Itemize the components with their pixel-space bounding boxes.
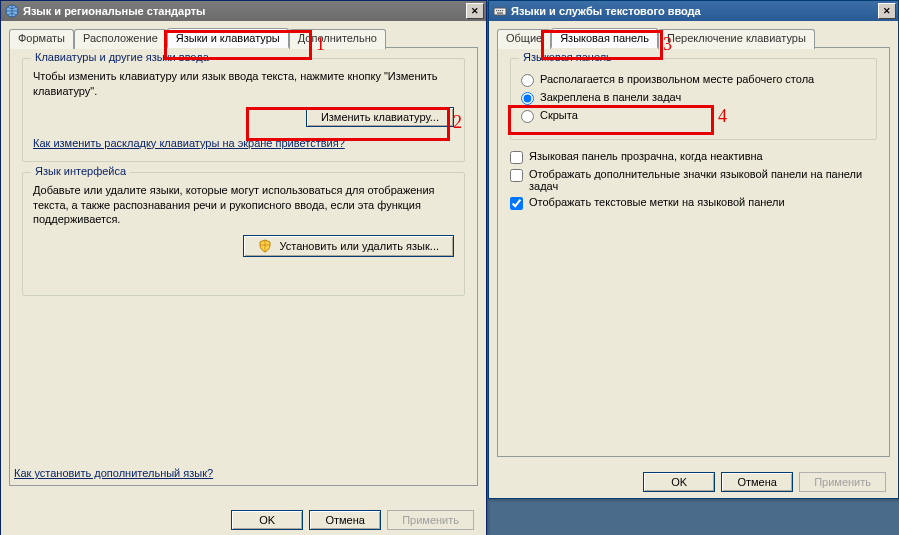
group-ui-language: Язык интерфейса Добавьте или удалите язы… xyxy=(22,172,465,296)
window-title: Языки и службы текстового ввода xyxy=(511,5,701,17)
tab-languages-keyboards[interactable]: Языки и клавиатуры xyxy=(167,28,289,48)
cancel-button[interactable]: Отмена xyxy=(309,510,381,530)
radio-floating-input[interactable] xyxy=(521,74,534,87)
annotation-number-3: 3 xyxy=(663,34,672,55)
svg-rect-1 xyxy=(494,8,506,15)
svg-rect-4 xyxy=(500,10,501,11)
tabstrip-left: Форматы Расположение Языки и клавиатуры … xyxy=(9,28,478,48)
change-keyboard-button[interactable]: Изменить клавиатуру... xyxy=(306,107,454,127)
close-button[interactable]: ✕ xyxy=(878,3,896,19)
radio-docked[interactable]: Закреплена в панели задач xyxy=(521,91,866,105)
welcome-screen-layout-link[interactable]: Как изменить раскладку клавиатуры на экр… xyxy=(33,137,345,149)
tab-location[interactable]: Расположение xyxy=(74,29,167,49)
annotation-number-2: 2 xyxy=(453,112,462,133)
titlebar-right[interactable]: Языки и службы текстового ввода ✕ xyxy=(489,1,898,21)
text-services-dialog: Языки и службы текстового ввода ✕ Общие … xyxy=(488,0,899,499)
group-keyboards: Клавиатуры и другие языки ввода Чтобы из… xyxy=(22,58,465,162)
radio-docked-label: Закреплена в панели задач xyxy=(540,91,681,103)
radio-floating[interactable]: Располагается в произвольном месте рабоч… xyxy=(521,73,866,87)
radio-hidden-label: Скрыта xyxy=(540,109,578,121)
dialog-buttons-left: OK Отмена Применить xyxy=(1,510,486,530)
keyboards-description: Чтобы изменить клавиатуру или язык ввода… xyxy=(33,69,454,99)
window-title: Язык и региональные стандарты xyxy=(23,5,206,17)
group-language-bar-legend: Языковая панель xyxy=(519,51,616,63)
tab-keyboard-switch[interactable]: Переключение клавиатуры xyxy=(658,29,815,49)
install-additional-language-link[interactable]: Как установить дополнительный язык? xyxy=(14,467,213,479)
group-ui-language-legend: Язык интерфейса xyxy=(31,165,130,177)
svg-rect-5 xyxy=(502,10,503,11)
check-transparent-label: Языковая панель прозрачна, когда неактив… xyxy=(529,150,763,162)
radio-hidden[interactable]: Скрыта xyxy=(521,109,866,123)
shield-icon xyxy=(258,239,272,253)
check-text-labels-label: Отображать текстовые метки на языковой п… xyxy=(529,196,785,208)
tabpanel-left: Клавиатуры и другие языки ввода Чтобы из… xyxy=(9,47,478,486)
tabstrip-right: Общие Языковая панель Переключение клави… xyxy=(497,28,890,48)
radio-docked-input[interactable] xyxy=(521,92,534,105)
region-language-dialog: Язык и региональные стандарты ✕ Форматы … xyxy=(0,0,487,535)
tab-language-bar[interactable]: Языковая панель xyxy=(551,28,658,48)
svg-rect-3 xyxy=(498,10,499,11)
install-remove-language-label: Установить или удалить язык... xyxy=(280,240,440,252)
ok-button[interactable]: OK xyxy=(643,472,715,492)
check-text-labels[interactable]: Отображать текстовые метки на языковой п… xyxy=(510,196,877,210)
tab-formats[interactable]: Форматы xyxy=(9,29,74,49)
check-transparent[interactable]: Языковая панель прозрачна, когда неактив… xyxy=(510,150,877,164)
check-extra-icons-label: Отображать дополнительные значки языково… xyxy=(529,168,877,192)
apply-button[interactable]: Применить xyxy=(387,510,474,530)
apply-button[interactable]: Применить xyxy=(799,472,886,492)
install-remove-language-button[interactable]: Установить или удалить язык... xyxy=(243,235,454,257)
annotation-number-1: 1 xyxy=(316,34,325,55)
check-extra-icons-input[interactable] xyxy=(510,169,523,182)
titlebar-left[interactable]: Язык и региональные стандарты ✕ xyxy=(1,1,486,21)
annotation-number-4: 4 xyxy=(718,106,727,127)
check-text-labels-input[interactable] xyxy=(510,197,523,210)
check-transparent-input[interactable] xyxy=(510,151,523,164)
tab-additional[interactable]: Дополнительно xyxy=(289,29,386,49)
svg-rect-6 xyxy=(497,13,503,14)
dialog-buttons-right: OK Отмена Применить xyxy=(489,472,898,492)
svg-rect-2 xyxy=(496,10,497,11)
tab-general[interactable]: Общие xyxy=(497,29,551,49)
check-extra-icons[interactable]: Отображать дополнительные значки языково… xyxy=(510,168,877,192)
radio-floating-label: Располагается в произвольном месте рабоч… xyxy=(540,73,814,85)
group-keyboards-legend: Клавиатуры и другие языки ввода xyxy=(31,51,213,63)
keyboard-icon xyxy=(493,4,507,18)
cancel-button[interactable]: Отмена xyxy=(721,472,793,492)
globe-icon xyxy=(5,4,19,18)
tabpanel-right: Языковая панель Располагается в произвол… xyxy=(497,47,890,457)
close-button[interactable]: ✕ xyxy=(466,3,484,19)
radio-hidden-input[interactable] xyxy=(521,110,534,123)
group-language-bar: Языковая панель Располагается в произвол… xyxy=(510,58,877,140)
ok-button[interactable]: OK xyxy=(231,510,303,530)
ui-language-description: Добавьте или удалите языки, которые могу… xyxy=(33,183,454,228)
